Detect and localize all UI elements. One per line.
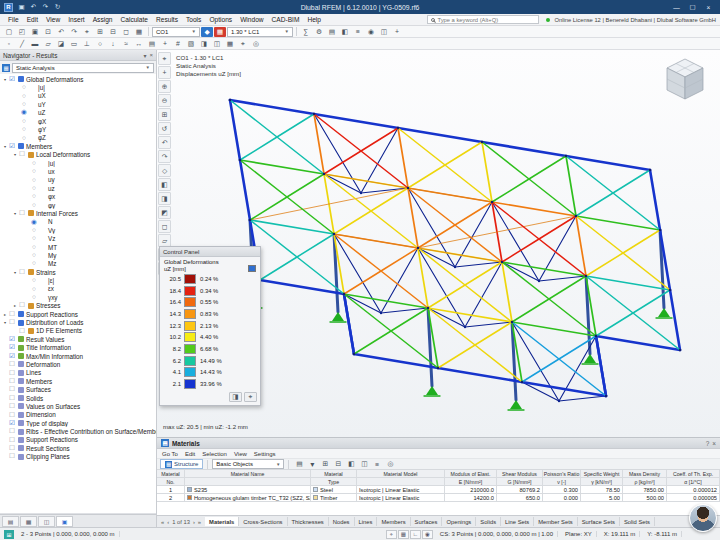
navigator-tab-results[interactable]: ▣: [56, 516, 73, 527]
save-quick-icon[interactable]: ▣: [16, 2, 27, 12]
tree-check-control[interactable]: ☐: [8, 378, 16, 385]
clipping-plane-tool[interactable]: ◨: [198, 39, 210, 49]
previous-view-tool[interactable]: ↶: [158, 136, 171, 149]
load-tool[interactable]: ↓: [107, 39, 119, 49]
graphic-printout-button[interactable]: ◧: [339, 27, 351, 37]
open-model-button[interactable]: ◰: [16, 27, 28, 37]
remove-row-icon[interactable]: ⊟: [332, 459, 344, 469]
navigator-tree-item[interactable]: ▸ ☐ Support Reactions: [0, 310, 156, 318]
close-navigator-icon[interactable]: ×: [149, 52, 153, 59]
tree-check-control[interactable]: ○: [30, 244, 38, 251]
menu-item[interactable]: Window: [236, 15, 267, 24]
navigator-tree-item[interactable]: ☐ Clipping Planes: [0, 453, 156, 461]
navigator-tree-item[interactable]: ○ uY: [0, 100, 156, 108]
prev-table-button[interactable]: ‹: [167, 519, 169, 525]
menu-item[interactable]: View: [42, 15, 64, 24]
tree-check-control[interactable]: ☑: [8, 76, 16, 83]
object-filter-combo[interactable]: Basic Objects▼: [212, 459, 284, 469]
numbering-tool[interactable]: #: [172, 39, 184, 49]
navigator-tree-item[interactable]: ○ φx: [0, 192, 156, 200]
tree-check-control[interactable]: ☐: [8, 403, 16, 410]
tree-check-control[interactable]: ○: [30, 277, 38, 284]
tree-check-control[interactable]: ☐: [8, 428, 16, 435]
menu-item[interactable]: Options: [205, 15, 236, 24]
grid-tool[interactable]: ▦: [224, 39, 236, 49]
axes-tool[interactable]: +: [159, 39, 171, 49]
redo-button[interactable]: ↷: [68, 27, 80, 37]
structure-tab[interactable]: ▦ Structure: [160, 459, 203, 469]
tree-check-control[interactable]: ☐: [8, 445, 16, 452]
last-table-button[interactable]: »: [198, 519, 201, 525]
keyword-search[interactable]: [427, 15, 539, 24]
table-tab[interactable]: Members: [377, 517, 410, 526]
navigator-tree-item[interactable]: ○ φX: [0, 117, 156, 125]
navigator-tree-item[interactable]: ☑ Result Values: [0, 335, 156, 343]
tree-check-control[interactable]: ☐: [8, 386, 16, 393]
load-case-button[interactable]: ▦: [214, 27, 226, 37]
row-filter-icon[interactable]: ▼: [306, 459, 318, 469]
navigator-tree-item[interactable]: ○ γxy: [0, 293, 156, 301]
navigator-tree-item[interactable]: ▾ ☐ Local Deformations: [0, 151, 156, 159]
user-views-button[interactable]: ◫: [378, 27, 390, 37]
first-table-button[interactable]: «: [161, 519, 164, 525]
table-menu-item[interactable]: View: [234, 451, 247, 457]
tree-check-control[interactable]: ○: [30, 193, 38, 200]
tree-check-control[interactable]: ☐: [8, 395, 16, 402]
tree-check-control[interactable]: ☐: [8, 311, 16, 318]
tree-check-control[interactable]: ○: [30, 202, 38, 209]
navigator-tree-item[interactable]: ☐ Solids: [0, 394, 156, 402]
legend-color-swatch[interactable]: [184, 321, 196, 331]
legend-color-swatch[interactable]: [184, 379, 196, 389]
table-menu-item[interactable]: Edit: [185, 451, 195, 457]
navigator-tree-item[interactable]: ○ φy: [0, 201, 156, 209]
navigator-tree-item[interactable]: ▾ ☑ Members: [0, 142, 156, 150]
tree-check-control[interactable]: ○: [30, 252, 38, 259]
zoom-out-tool[interactable]: ⊖: [158, 94, 171, 107]
rotate-view-tool[interactable]: ↺: [158, 122, 171, 135]
tree-check-control[interactable]: ○: [20, 118, 28, 125]
grid-toggle[interactable]: ▦: [398, 530, 409, 539]
navigator-tree-item[interactable]: ☐ Dimension: [0, 411, 156, 419]
tree-check-control[interactable]: ○: [30, 260, 38, 267]
view-x-tool[interactable]: ◧: [158, 178, 171, 191]
control-panel[interactable]: Control Panel Global Deformations uZ [mm…: [159, 246, 261, 406]
tree-check-control[interactable]: ○: [30, 294, 38, 301]
navigator-tree-item[interactable]: ○ |u|: [0, 159, 156, 167]
hinge-tool[interactable]: ○: [94, 39, 106, 49]
tree-check-control[interactable]: ☐: [8, 319, 16, 326]
navigator-tree-item[interactable]: ☐ Members: [0, 377, 156, 385]
imperfection-tool[interactable]: ≈: [120, 39, 132, 49]
table-views-icon[interactable]: ◫: [358, 459, 370, 469]
osnap-toggle[interactable]: ◉: [422, 530, 433, 539]
panel-options-button[interactable]: ◨: [229, 392, 242, 402]
tree-check-control[interactable]: ○: [20, 126, 28, 133]
navigator-tree-item[interactable]: ◉ N: [0, 218, 156, 226]
undo-button[interactable]: ↶: [55, 27, 67, 37]
maximize-button[interactable]: ▢: [685, 1, 700, 13]
undo-quick-icon[interactable]: ↶: [28, 2, 39, 12]
navigator-tree-item[interactable]: ☑ Type of display: [0, 419, 156, 427]
table-tab[interactable]: Solids: [476, 517, 501, 526]
close-button[interactable]: ×: [701, 1, 716, 13]
table-tab[interactable]: Surfaces: [411, 517, 443, 526]
legend-color-swatch[interactable]: [184, 274, 196, 284]
display-properties-tool[interactable]: ◫: [211, 39, 223, 49]
tree-check-control[interactable]: ☐: [18, 328, 26, 335]
navigator-tree-item[interactable]: ☑ Title Information: [0, 344, 156, 352]
select-tool[interactable]: ⌖: [158, 52, 171, 65]
tree-check-control[interactable]: ☐: [8, 370, 16, 377]
print-button[interactable]: ⊡: [42, 27, 54, 37]
menu-item[interactable]: File: [4, 15, 23, 24]
full-screen-tool[interactable]: ◻: [158, 220, 171, 233]
tree-check-control[interactable]: ☑: [8, 353, 16, 360]
new-model-button[interactable]: ▢: [3, 27, 15, 37]
help-table-icon[interactable]: ?: [706, 440, 710, 447]
tree-check-control[interactable]: ☑: [8, 420, 16, 427]
navigator-tree-item[interactable]: ☐ Support Reactions: [0, 436, 156, 444]
zoom-in-tool[interactable]: ⊕: [158, 80, 171, 93]
legend-color-swatch[interactable]: [184, 356, 196, 366]
navigator-tree-item[interactable]: ☐ 1D FE Elements: [0, 327, 156, 335]
tree-check-control[interactable]: ○: [20, 135, 28, 142]
menu-item[interactable]: Results: [152, 15, 182, 24]
panel-display-button[interactable]: ⌖: [244, 392, 257, 402]
